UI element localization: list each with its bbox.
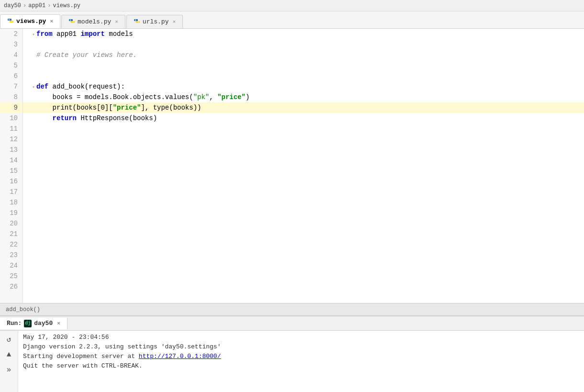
python-file-icon [7, 18, 14, 25]
code-token: "price" [217, 93, 246, 101]
console-line: Django version 2.2.3, using settings 'da… [23, 342, 579, 352]
expand-button[interactable]: » [3, 364, 15, 376]
code-line[interactable] [23, 166, 584, 176]
line-number: 17 [0, 187, 22, 197]
tab-models[interactable]: models.py × [61, 15, 125, 28]
code-line[interactable] [23, 145, 584, 155]
tab-urls[interactable]: urls.py × [126, 15, 183, 28]
breadcrumb-part: day50 [4, 2, 21, 9]
fold-marker [31, 51, 36, 61]
code-token: def [36, 83, 48, 90]
status-bar: add_book() [0, 303, 584, 315]
code-line[interactable]: books = models.Book.objects.values("pk",… [23, 92, 584, 102]
line-number: 15 [0, 166, 22, 176]
line-number: 18 [0, 197, 22, 208]
code-line[interactable] [23, 260, 584, 271]
code-token: ], type(books)) [141, 104, 201, 112]
code-line[interactable]: # Create your views here. [23, 50, 584, 60]
run-label: Run: [7, 320, 22, 327]
line-number: 8 [0, 92, 22, 102]
code-line[interactable] [23, 197, 584, 208]
line-number: 11 [0, 123, 22, 134]
fold-marker [31, 282, 36, 293]
tab-label: models.py [78, 18, 111, 25]
code-token: "price" [113, 104, 141, 112]
code-line[interactable] [23, 229, 584, 239]
console-link[interactable]: http://127.0.0.1:8000/ [139, 353, 221, 360]
code-line[interactable]: return HttpResponse(books) [23, 113, 584, 123]
code-line[interactable] [23, 239, 584, 250]
code-area[interactable]: ▾from app01 import models # Create your … [23, 29, 584, 303]
line-number: 26 [0, 281, 22, 292]
code-line[interactable] [23, 39, 584, 50]
code-line[interactable] [23, 281, 584, 292]
code-line[interactable] [23, 250, 584, 260]
tab-close-views[interactable]: × [50, 19, 53, 24]
code-line[interactable] [23, 271, 584, 281]
line-number: 5 [0, 60, 22, 71]
code-token: "pk" [193, 93, 210, 101]
fold-marker [31, 261, 36, 272]
svg-point-11 [138, 22, 139, 22]
scroll-up-button[interactable]: ▲ [3, 349, 15, 360]
restart-button[interactable]: ↺ [3, 334, 15, 345]
fold-marker: ▾ [31, 30, 36, 40]
fold-marker: ▾ [31, 82, 36, 93]
tab-close-urls[interactable]: × [172, 19, 176, 25]
bottom-tabs: Run: dj day50 × [0, 316, 584, 331]
python-file-icon [134, 19, 140, 25]
line-number: 2 [0, 29, 22, 39]
status-breadcrumb: add_book() [6, 306, 40, 313]
run-tab[interactable]: Run: dj day50 × [0, 318, 67, 329]
code-token: app01 [53, 30, 81, 38]
svg-point-6 [70, 20, 71, 21]
line-number: 13 [0, 145, 22, 155]
code-line[interactable] [23, 176, 584, 187]
line-number: 19 [0, 208, 22, 218]
code-token: models [105, 30, 133, 38]
code-line[interactable] [23, 134, 584, 145]
fold-marker [31, 177, 36, 188]
code-line[interactable] [23, 71, 584, 81]
line-number: 3 [0, 39, 22, 50]
fold-marker [31, 167, 36, 177]
code-line[interactable] [23, 60, 584, 71]
line-number: 12 [0, 134, 22, 145]
line-number: 25 [0, 271, 22, 281]
fold-marker [31, 272, 36, 282]
code-line[interactable] [23, 187, 584, 197]
code-line[interactable] [23, 123, 584, 134]
fold-marker [31, 114, 36, 124]
code-line[interactable] [23, 218, 584, 229]
code-token [36, 114, 53, 122]
console-line: Quit the server with CTRL-BREAK. [23, 361, 579, 371]
fold-marker [31, 198, 36, 209]
code-line[interactable]: ▾def add_book(request): [23, 81, 584, 92]
line-number: 21 [0, 229, 22, 239]
fold-marker [31, 146, 36, 156]
run-tab-label: day50 [34, 320, 53, 327]
tab-views[interactable]: views.py × [0, 14, 60, 28]
code-line[interactable] [23, 208, 584, 218]
line-number: 23 [0, 250, 22, 260]
code-token: import [80, 30, 104, 38]
code-line[interactable]: ▾from app01 import models [23, 29, 584, 39]
tab-label: views.py [16, 18, 46, 25]
editor-container: 2345678910111213141516171819202122232425… [0, 29, 584, 315]
fold-marker [31, 240, 36, 251]
fold-marker [31, 61, 36, 72]
run-tab-close[interactable]: × [57, 321, 60, 326]
fold-marker [31, 135, 36, 146]
svg-point-10 [135, 20, 136, 21]
code-line[interactable] [23, 155, 584, 166]
code-token: print(books[0][ [36, 104, 113, 112]
breadcrumb: day50 › app01 › views.py [0, 0, 584, 11]
code-token: return [53, 114, 77, 122]
code-token: from [36, 30, 53, 38]
code-token: HttpResponse(books) [77, 114, 157, 122]
code-line[interactable]: print(books[0]["price"], type(books)) [23, 102, 584, 113]
tab-close-models[interactable]: × [115, 19, 118, 25]
fold-marker [31, 188, 36, 198]
fold-marker [31, 40, 36, 51]
console-output[interactable]: May 17, 2020 - 23:04:56Django version 2.… [18, 331, 584, 392]
